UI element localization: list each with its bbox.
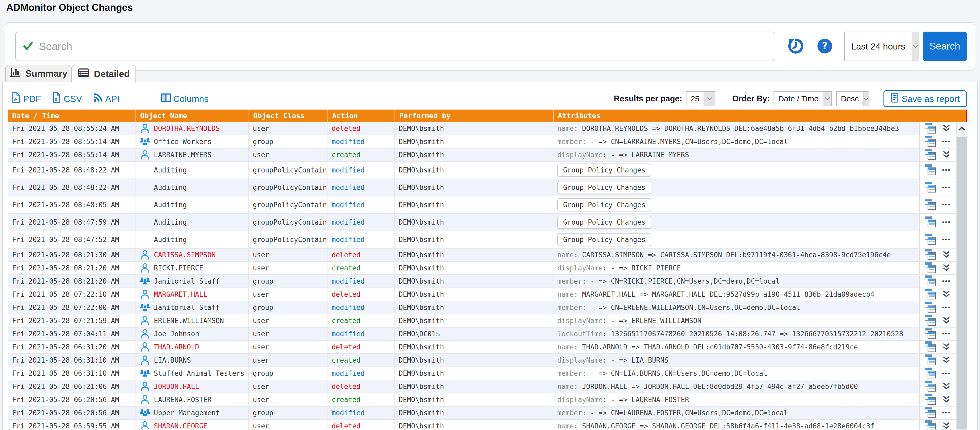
expand-attributes-button[interactable] (942, 150, 951, 160)
order-by-select[interactable]: Date / Time (773, 91, 832, 106)
columns-icon (161, 93, 171, 104)
help-button[interactable]: ? (817, 38, 833, 55)
cell-row-actions (920, 231, 956, 248)
table-row: Fri 2021-05-28 06:21:06 AM JORDON.HALL u… (8, 380, 956, 393)
columns-link[interactable]: Columns (161, 93, 208, 104)
search-history-button[interactable] (788, 38, 804, 55)
object-history-button[interactable] (924, 341, 936, 353)
tab-summary[interactable]: Summary (5, 65, 72, 82)
group-policy-changes-button[interactable]: Group Policy Changes (557, 181, 651, 194)
expand-attributes-button[interactable] (942, 264, 951, 273)
save-as-report-button[interactable]: Save as report (883, 90, 967, 107)
expand-attributes-button[interactable] (942, 316, 951, 326)
object-history-button[interactable] (924, 381, 936, 393)
expand-attributes-button[interactable] (942, 422, 951, 430)
more-attributes-button[interactable] (942, 372, 951, 376)
object-history-button[interactable] (924, 149, 936, 161)
expand-rows-icon (942, 250, 951, 260)
more-attributes-button[interactable] (942, 280, 951, 283)
expand-attributes-button[interactable] (942, 342, 951, 352)
object-history-button[interactable] (924, 355, 936, 366)
export-api-link[interactable]: API (93, 93, 120, 104)
expand-attributes-button[interactable] (942, 356, 951, 365)
object-history-button[interactable] (924, 368, 936, 379)
column-header-object-class[interactable]: Object Class (248, 110, 328, 121)
cell-object-class: user (248, 149, 328, 161)
object-history-button[interactable] (924, 182, 936, 193)
group-policy-changes-button[interactable]: Group Policy Changes (557, 216, 651, 229)
tab-detailed[interactable]: Detailed (72, 65, 136, 83)
table-scrollbar[interactable] (956, 122, 967, 430)
scrollbar-thumb[interactable] (957, 137, 967, 430)
attribute-separator: : (582, 277, 590, 285)
object-history-button[interactable] (924, 420, 936, 430)
object-history-button[interactable] (924, 199, 936, 211)
table-row: Fri 2021-05-28 08:48:05 AM Auditing grou… (8, 197, 956, 214)
object-history-button[interactable] (924, 262, 936, 274)
cell-object-name: CARISSA.SIMPSON (135, 249, 248, 261)
attribute-key: displayName (557, 396, 603, 404)
column-header-date-time[interactable]: Date / Time (8, 110, 135, 121)
more-attributes-button[interactable] (942, 185, 951, 190)
expand-attributes-button[interactable] (942, 382, 951, 391)
group-policy-changes-button[interactable]: Group Policy Changes (557, 198, 651, 211)
order-direction-select[interactable]: Desc (836, 91, 869, 106)
cascade-windows-icon (924, 289, 936, 301)
more-attributes-button[interactable] (942, 238, 951, 242)
object-history-button[interactable] (924, 328, 936, 340)
cell-object-name: JORDON.HALL (135, 380, 248, 393)
object-history-button[interactable] (924, 394, 936, 406)
timeframe-select[interactable]: Last 24 hours (844, 32, 917, 61)
object-history-button[interactable] (924, 234, 936, 246)
expand-attributes-button[interactable] (942, 395, 951, 404)
user-icon (140, 355, 150, 365)
attribute-value: THAD.ARNOLD => THAD.ARNOLD DEL:c01db707-… (582, 343, 858, 351)
object-history-button[interactable] (924, 123, 936, 134)
results-per-page-select[interactable]: 25 (686, 91, 715, 106)
more-attributes-button[interactable] (942, 140, 951, 144)
cell-object-name: Auditing (135, 161, 248, 179)
more-attributes-button[interactable] (942, 306, 951, 310)
group-policy-changes-button[interactable]: Group Policy Changes (557, 163, 651, 177)
more-attributes-button[interactable] (942, 411, 951, 415)
column-header-object-name[interactable]: Object Name (135, 110, 248, 121)
more-attributes-button[interactable] (942, 168, 951, 172)
expand-attributes-button[interactable] (942, 124, 951, 133)
more-attributes-icon (942, 280, 951, 283)
object-history-button[interactable] (924, 315, 936, 327)
object-history-button[interactable] (924, 289, 936, 301)
cell-action: created (328, 354, 395, 366)
export-csv-link[interactable]: x CSV (52, 92, 82, 106)
object-history-button[interactable] (924, 275, 936, 287)
group-policy-changes-button[interactable]: Group Policy Changes (557, 233, 651, 246)
object-history-button[interactable] (924, 249, 936, 261)
object-history-button[interactable] (924, 302, 936, 313)
search-button[interactable]: Search (923, 32, 967, 61)
cascade-windows-icon (924, 249, 936, 261)
object-history-button[interactable] (924, 136, 936, 148)
object-history-button[interactable] (924, 164, 936, 176)
column-header-action[interactable]: Action (328, 110, 395, 121)
column-header-performed-by[interactable]: Performed by (395, 110, 553, 121)
cell-date-time: Fri 2021-05-28 08:48:22 AM (8, 161, 135, 179)
expand-attributes-button[interactable] (942, 290, 951, 299)
object-name-text: ERLENE.WILLIAMSON (154, 317, 224, 324)
table-row: Fri 2021-05-28 06:20:56 AM Upper Managem… (8, 406, 956, 420)
object-history-button[interactable] (924, 216, 936, 228)
cell-attributes: name: THAD.ARNOLD => THAD.ARNOLD DEL:c01… (553, 341, 920, 353)
cascade-windows-icon (924, 381, 936, 393)
export-pdf-link[interactable]: PDF (11, 92, 41, 106)
scroll-up-button[interactable] (957, 122, 967, 136)
search-input[interactable]: Search (15, 32, 775, 61)
more-attributes-button[interactable] (942, 332, 951, 336)
object-history-button[interactable] (924, 407, 936, 419)
cell-object-class: user (248, 328, 328, 340)
cell-action: modified (328, 179, 395, 196)
column-header-attributes[interactable]: Attributes (553, 110, 967, 121)
more-attributes-button[interactable] (942, 203, 951, 207)
more-attributes-button[interactable] (942, 221, 951, 224)
expand-attributes-button[interactable] (942, 250, 951, 260)
cell-performed-by: DEMO\bsmith (395, 122, 553, 135)
cell-action: modified (328, 161, 395, 179)
attribute-separator: : (574, 383, 582, 390)
